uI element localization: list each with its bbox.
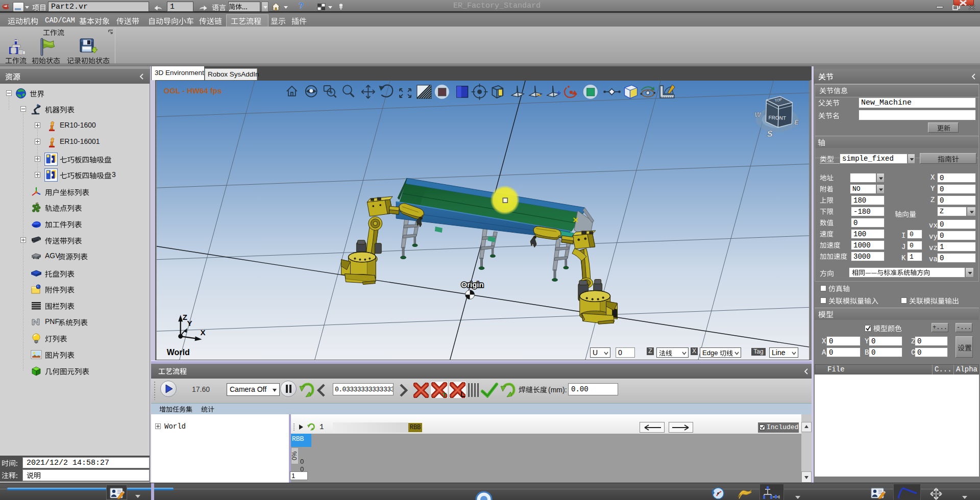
svg-text:W: W [755,111,762,118]
svg-text:E: E [794,118,799,126]
svg-text:X: X [201,328,206,337]
svg-text:OGL - HW64 fps: OGL - HW64 fps [164,86,222,95]
svg-text:Z: Z [183,313,187,321]
svg-text:World: World [167,348,190,357]
svg-text:Origin: Origin [461,280,484,289]
svg-text:Y: Y [187,319,192,328]
svg-text:S: S [767,129,773,139]
svg-text:FRONT: FRONT [768,115,786,121]
